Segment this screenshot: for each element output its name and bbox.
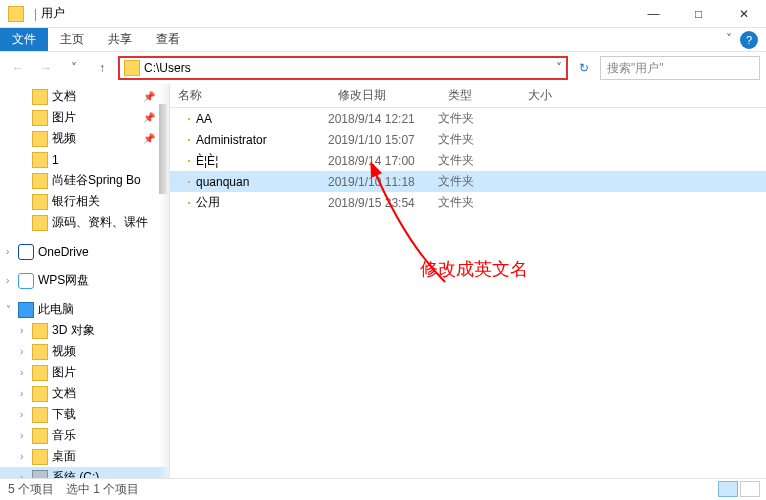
- sidebar-item[interactable]: ›图片: [0, 362, 169, 383]
- tab-file[interactable]: 文件: [0, 28, 48, 51]
- navigation-row: ← → ˅ ↑ C:\Users ˅ ↻ 搜索"用户": [0, 52, 766, 84]
- sidebar-item[interactable]: ›视频: [0, 341, 169, 362]
- sidebar-item[interactable]: 视频📌: [0, 128, 169, 149]
- sidebar-item[interactable]: ›WPS网盘: [0, 270, 169, 291]
- view-buttons[interactable]: [718, 481, 760, 497]
- sidebar-item[interactable]: 图片📌: [0, 107, 169, 128]
- tab-home[interactable]: 主页: [48, 28, 96, 51]
- sidebar-item[interactable]: 尚硅谷Spring Bo: [0, 170, 169, 191]
- tab-share[interactable]: 共享: [96, 28, 144, 51]
- file-list: 名称 修改日期 类型 大小 AA2018/9/14 12:21文件夹Admini…: [170, 84, 766, 482]
- forward-button[interactable]: →: [34, 56, 58, 80]
- status-bar: 5 个项目 选中 1 个项目: [0, 478, 766, 500]
- sidebar-item[interactable]: ˅此电脑: [0, 299, 169, 320]
- refresh-button[interactable]: ↻: [572, 56, 596, 80]
- close-button[interactable]: ✕: [721, 0, 766, 28]
- folder-icon: [124, 60, 140, 76]
- sidebar-item[interactable]: ›桌面: [0, 446, 169, 467]
- title-bar: | 用户 — □ ✕: [0, 0, 766, 28]
- navigation-pane[interactable]: 文档📌图片📌视频📌1尚硅谷Spring Bo银行相关源码、资料、课件›OneDr…: [0, 84, 170, 482]
- address-bar[interactable]: C:\Users ˅: [118, 56, 568, 80]
- window-title: 用户: [41, 5, 65, 22]
- file-row[interactable]: 公用2018/9/15 23:54文件夹: [170, 192, 766, 213]
- up-button[interactable]: ↑: [90, 56, 114, 80]
- item-count: 5 个项目: [8, 481, 54, 498]
- col-type[interactable]: 类型: [440, 87, 520, 104]
- sidebar-item[interactable]: 1: [0, 149, 169, 170]
- tab-view[interactable]: 查看: [144, 28, 192, 51]
- sidebar-item[interactable]: 银行相关: [0, 191, 169, 212]
- file-row[interactable]: Administrator2019/1/10 15:07文件夹: [170, 129, 766, 150]
- file-row[interactable]: AA2018/9/14 12:21文件夹: [170, 108, 766, 129]
- recent-dropdown[interactable]: ˅: [62, 56, 86, 80]
- col-size[interactable]: 大小: [520, 87, 580, 104]
- column-headers[interactable]: 名称 修改日期 类型 大小: [170, 84, 766, 108]
- file-row[interactable]: quanquan2019/1/10 11:18文件夹: [170, 171, 766, 192]
- minimize-button[interactable]: —: [631, 0, 676, 28]
- sidebar-item[interactable]: ›文档: [0, 383, 169, 404]
- folder-icon: [8, 6, 24, 22]
- search-input[interactable]: 搜索"用户": [600, 56, 760, 80]
- annotation-text: 修改成英文名: [420, 257, 528, 281]
- sidebar-item[interactable]: ›OneDrive: [0, 241, 169, 262]
- sidebar-item[interactable]: ›音乐: [0, 425, 169, 446]
- ribbon: 文件 主页 共享 查看 ˅ ?: [0, 28, 766, 52]
- col-name[interactable]: 名称: [170, 87, 330, 104]
- selection-count: 选中 1 个项目: [66, 481, 139, 498]
- ribbon-collapse-icon[interactable]: ˅: [726, 32, 732, 46]
- col-date[interactable]: 修改日期: [330, 87, 440, 104]
- file-row[interactable]: È¦È¦2018/9/14 17:00文件夹: [170, 150, 766, 171]
- back-button[interactable]: ←: [6, 56, 30, 80]
- sidebar-item[interactable]: ›3D 对象: [0, 320, 169, 341]
- sidebar-item[interactable]: 源码、资料、课件: [0, 212, 169, 233]
- address-text: C:\Users: [144, 61, 191, 75]
- help-icon[interactable]: ?: [740, 31, 758, 49]
- maximize-button[interactable]: □: [676, 0, 721, 28]
- scrollbar[interactable]: [158, 84, 168, 482]
- sidebar-item[interactable]: 文档📌: [0, 86, 169, 107]
- sidebar-item[interactable]: ›下载: [0, 404, 169, 425]
- address-dropdown-icon[interactable]: ˅: [556, 61, 562, 75]
- separator: |: [34, 7, 37, 21]
